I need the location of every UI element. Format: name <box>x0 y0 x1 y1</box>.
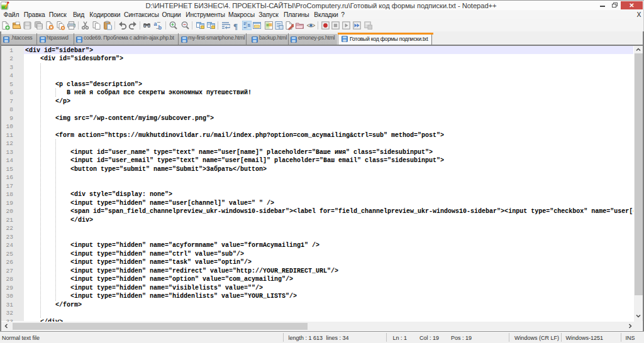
svg-text:a: a <box>153 21 157 27</box>
svg-text:b: b <box>158 24 162 31</box>
svg-text:¶: ¶ <box>233 21 238 31</box>
